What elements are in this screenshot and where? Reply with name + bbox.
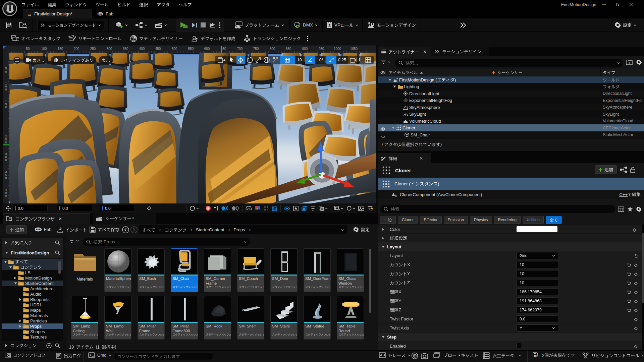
svg-text:100: 100 (41, 47, 47, 51)
svg-text:500: 500 (172, 47, 177, 51)
svg-text:300: 300 (107, 47, 112, 51)
svg-text:0: 0 (5, 158, 7, 162)
svg-text:250: 250 (90, 47, 96, 51)
svg-text:50: 50 (26, 47, 30, 51)
svg-text:0: 0 (5, 194, 7, 197)
svg-text:850: 850 (286, 47, 291, 51)
svg-text:200: 200 (74, 47, 79, 51)
svg-text:FAB: FAB (36, 228, 41, 231)
svg-text:900: 900 (302, 47, 308, 51)
svg-text:0: 0 (5, 176, 7, 180)
svg-text:750: 750 (253, 47, 259, 51)
svg-text:0: 0 (5, 140, 7, 144)
svg-text:FAB: FAB (98, 13, 103, 15)
svg-text:800: 800 (270, 47, 275, 51)
svg-text:450: 450 (155, 47, 161, 51)
svg-text:400: 400 (139, 47, 145, 51)
svg-text:0: 0 (5, 105, 7, 109)
svg-text:0: 0 (5, 70, 7, 73)
svg-text:1050: 1050 (350, 47, 358, 51)
svg-text:950: 950 (319, 47, 324, 51)
svg-text:1000: 1000 (334, 47, 341, 51)
svg-text:0: 0 (5, 87, 7, 91)
svg-text:700: 700 (237, 47, 243, 51)
svg-text:150: 150 (58, 47, 63, 51)
svg-text:550: 550 (188, 47, 194, 51)
svg-text:350: 350 (123, 47, 128, 51)
svg-text:600: 600 (204, 47, 210, 51)
